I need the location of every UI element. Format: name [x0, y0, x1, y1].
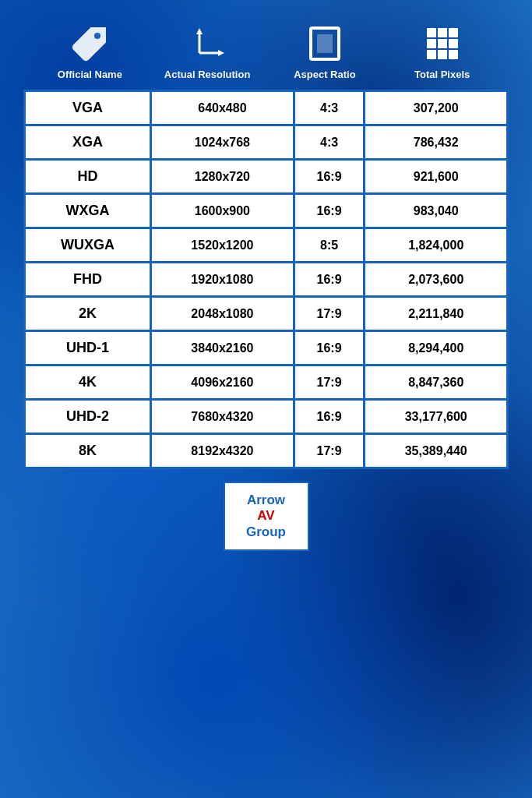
- col-actual-resolution: Actual Resolution: [149, 23, 266, 80]
- pixels-cell: 8,847,360: [365, 365, 508, 400]
- table-row: 2K2048x108017:92,211,840: [25, 297, 508, 331]
- table-row: 8K8192x432017:935,389,440: [25, 434, 508, 468]
- name-cell: VGA: [25, 91, 151, 125]
- aspect-cell: 16:9: [294, 194, 365, 228]
- resolution-cell: 1520x1200: [151, 228, 294, 263]
- name-cell: HD: [25, 160, 151, 194]
- name-cell: UHD-1: [25, 331, 151, 365]
- svg-rect-8: [438, 28, 447, 37]
- pixels-cell: 8,294,400: [365, 331, 508, 365]
- resolution-cell: 1920x1080: [151, 263, 294, 297]
- table-row: XGA1024x7684:3786,432: [25, 125, 508, 160]
- col-aspect-ratio: Aspect Ratio: [266, 23, 384, 80]
- name-cell: WUXGA: [25, 228, 151, 263]
- table-header: Official Name Actual Resolution: [23, 16, 509, 87]
- col-official-name: Official Name: [31, 23, 149, 80]
- svg-rect-15: [449, 50, 458, 59]
- aspect-cell: 16:9: [294, 160, 365, 194]
- name-cell: 4K: [25, 365, 151, 400]
- pixels-cell: 786,432: [365, 125, 508, 160]
- aspect-cell: 4:3: [294, 91, 365, 125]
- pixels-cell: 2,073,600: [365, 263, 508, 297]
- grid-icon: [422, 23, 463, 64]
- svg-rect-11: [438, 39, 447, 48]
- resolution-cell: 1024x768: [151, 125, 294, 160]
- col3-label: Aspect Ratio: [294, 69, 355, 80]
- svg-rect-12: [449, 39, 458, 48]
- resolution-cell: 4096x2160: [151, 365, 294, 400]
- table-row: FHD1920x108016:92,073,600: [25, 263, 508, 297]
- svg-marker-2: [196, 28, 203, 34]
- frame-icon: [305, 23, 345, 64]
- svg-rect-6: [317, 34, 333, 53]
- pixels-cell: 921,600: [365, 160, 508, 194]
- svg-rect-13: [427, 50, 436, 59]
- aspect-cell: 4:3: [294, 125, 365, 160]
- pixels-cell: 2,211,840: [365, 297, 508, 331]
- svg-marker-4: [218, 50, 224, 56]
- svg-rect-14: [438, 50, 447, 59]
- logo-line3: Group: [241, 524, 292, 540]
- aspect-cell: 16:9: [294, 400, 365, 434]
- pixels-cell: 33,177,600: [365, 400, 508, 434]
- tag-icon: [69, 23, 110, 64]
- aspect-cell: 17:9: [294, 297, 365, 331]
- pixels-cell: 1,824,000: [365, 228, 508, 263]
- resolution-cell: 1600x900: [151, 194, 294, 228]
- resolution-cell: 2048x1080: [151, 297, 294, 331]
- name-cell: 8K: [25, 434, 151, 468]
- table-row: WUXGA1520x12008:51,824,000: [25, 228, 508, 263]
- table-row: WXGA1600x90016:9983,040: [25, 194, 508, 228]
- svg-point-0: [94, 33, 100, 39]
- resolution-cell: 3840x2160: [151, 331, 294, 365]
- aspect-cell: 16:9: [294, 331, 365, 365]
- logo-box: Arrow AV Group: [224, 482, 309, 551]
- table-row: UHD-13840x216016:98,294,400: [25, 331, 508, 365]
- pixels-cell: 983,040: [365, 194, 508, 228]
- resolution-cell: 8192x4320: [151, 434, 294, 468]
- aspect-cell: 17:9: [294, 434, 365, 468]
- footer: Arrow AV Group: [23, 469, 509, 559]
- resolution-cell: 7680x4320: [151, 400, 294, 434]
- table-row: 4K4096x216017:98,847,360: [25, 365, 508, 400]
- pixels-cell: 35,389,440: [365, 434, 508, 468]
- col-total-pixels: Total Pixels: [383, 23, 501, 80]
- logo-line1: Arrow: [241, 493, 292, 508]
- aspect-cell: 8:5: [294, 228, 365, 263]
- table-row: UHD-27680x432016:933,177,600: [25, 400, 508, 434]
- resolution-table: VGA640x4804:3307,200XGA1024x7684:3786,43…: [23, 90, 509, 469]
- table-row: VGA640x4804:3307,200: [25, 91, 508, 125]
- col1-label: Official Name: [58, 69, 122, 80]
- col4-label: Total Pixels: [414, 69, 470, 80]
- col2-label: Actual Resolution: [164, 69, 251, 80]
- resolution-cell: 640x480: [151, 91, 294, 125]
- table-row: HD1280x72016:9921,600: [25, 160, 508, 194]
- name-cell: WXGA: [25, 194, 151, 228]
- svg-rect-9: [449, 28, 458, 37]
- resolution-cell: 1280x720: [151, 160, 294, 194]
- pixels-cell: 307,200: [365, 91, 508, 125]
- name-cell: UHD-2: [25, 400, 151, 434]
- svg-rect-10: [427, 39, 436, 48]
- aspect-cell: 16:9: [294, 263, 365, 297]
- arrows-icon: [187, 23, 227, 64]
- logo-line2: AV: [241, 508, 292, 524]
- name-cell: FHD: [25, 263, 151, 297]
- svg-rect-7: [427, 28, 436, 37]
- name-cell: XGA: [25, 125, 151, 160]
- name-cell: 2K: [25, 297, 151, 331]
- aspect-cell: 17:9: [294, 365, 365, 400]
